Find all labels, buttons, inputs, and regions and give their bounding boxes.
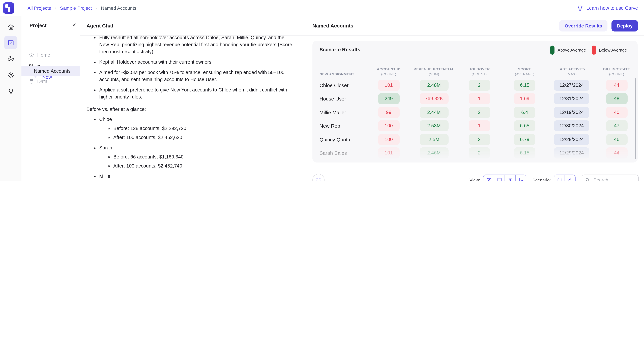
scenario-value-pill: 100 — [378, 120, 400, 131]
scenario-column-header: LAST ACTIVITY(MAX) — [558, 67, 586, 76]
chevron-right-icon: › — [96, 5, 97, 11]
project-sidebar: Project « Home Scenarios + New Named Acc… — [22, 16, 80, 181]
chat-bullet-list: Fully reshuffled all non-holdover accoun… — [86, 36, 294, 100]
top-bar: All Projects›Sample Project›Named Accoun… — [0, 0, 644, 16]
scenario-row: Chloe Closer1012.48M26.1512/27/202444 — [312, 78, 638, 92]
scenario-value-pill: 40 — [606, 107, 628, 118]
collapse-sidebar-icon[interactable]: « — [72, 21, 76, 28]
rail-item-lightbulb[interactable] — [4, 84, 18, 98]
search-box — [582, 175, 639, 181]
database-icon — [29, 79, 34, 84]
scenario-column-header: ACCOUNT ID(COUNT) — [377, 67, 400, 76]
pivot-button[interactable] — [515, 175, 526, 181]
download-button[interactable] — [564, 175, 575, 181]
scenario-value-pill: 12/30/2024 — [554, 120, 589, 131]
scenario-value-pill: 46 — [606, 134, 628, 145]
chat-bullet-list: ChloeBefore: 128 accounts, $2,292,720Aft… — [86, 116, 294, 181]
scenario-column-header: HOLDOVER(COUNT) — [468, 67, 490, 76]
chevron-right-icon: › — [55, 5, 56, 11]
scenario-value-pill: 6.15 — [514, 80, 536, 91]
chat-bullet: Kept all Holdover accounts with their cu… — [99, 59, 294, 66]
sidebar-item-home[interactable]: Home — [22, 50, 80, 60]
rail-item-settings[interactable] — [4, 68, 18, 82]
row-height-button[interactable] — [504, 175, 515, 181]
page-title: Named Accounts — [312, 23, 353, 28]
learn-link-label: Learn how to use Carve — [586, 5, 638, 11]
scenario-value-pill: 6.4 — [514, 107, 536, 118]
scenario-rep-name: Chloe Closer — [312, 82, 366, 88]
expand-grid-button[interactable] — [312, 174, 324, 181]
named-accounts-panel: Named Accounts Override Results Deploy S… — [307, 16, 644, 181]
rail-item-scenario-edit[interactable] — [4, 36, 18, 49]
scenario-value-pill: 249 — [378, 93, 400, 104]
scenario-results-card: Scenario Results Above AverageBelow Aver… — [312, 41, 638, 162]
scenario-scrollbar-thumb[interactable] — [634, 78, 636, 159]
scenario-rep-name: New Rep — [312, 123, 366, 129]
legend: Above AverageBelow Average — [550, 45, 630, 55]
scenario-value-pill: 6.65 — [514, 120, 536, 131]
scenario-row: House User249769.32K11.6912/31/202448 — [312, 92, 638, 105]
override-results-button[interactable]: Override Results — [559, 20, 608, 31]
scenario-results-title: Scenario Results — [320, 46, 360, 52]
columns-button[interactable] — [494, 175, 504, 181]
legend-swatch — [550, 45, 555, 55]
scenario-value-pill: 48 — [606, 93, 628, 104]
carve-logo-icon[interactable] — [3, 2, 14, 14]
scenario-row: Millie Mailer992.44M26.412/19/202440 — [312, 105, 638, 119]
scenario-column-header: NEW ASSIGNMENT — [312, 72, 354, 76]
rail-item-target-sparkle[interactable] — [4, 52, 18, 65]
scenario-value-pill: 2.48M — [420, 80, 448, 91]
chat-sub-bullet: After: 100 accounts, $2,452,740 — [113, 162, 294, 170]
search-input[interactable] — [593, 177, 635, 181]
chat-sub-list: Before: 128 accounts, $2,292,720After: 1… — [99, 125, 294, 141]
scenario-value-pill: 6.15 — [514, 148, 536, 159]
scenario-column-header: REVENUE POTENTIAL(SUM) — [414, 67, 454, 76]
copy-button[interactable] — [554, 175, 564, 181]
home-icon — [29, 52, 34, 58]
scenario-value-pill: 2.5M — [420, 134, 448, 145]
deploy-button[interactable]: Deploy — [612, 20, 638, 31]
scenario-row: Sarah Sales1012.46M26.1512/29/202444 — [312, 146, 638, 160]
icon-rail: J — [0, 16, 22, 181]
agent-chat-panel: Agent Chat Fully reshuffled all non-hold… — [80, 16, 308, 181]
breadcrumb-item[interactable]: Sample Project — [60, 5, 92, 11]
scenario-column-header: BILLINGSTATE(COUNT) — [603, 67, 630, 76]
learn-link[interactable]: Learn how to use Carve — [577, 0, 638, 16]
scenario-value-pill: 12/29/2024 — [554, 134, 589, 145]
view-button-group — [483, 174, 526, 181]
app-root: All Projects›Sample Project›Named Accoun… — [0, 0, 644, 181]
sidebar-item-label: Data — [37, 79, 48, 84]
rail-item-home[interactable] — [4, 20, 18, 33]
breadcrumb: All Projects›Sample Project›Named Accoun… — [28, 0, 136, 16]
scenario-value-pill: 2.46M — [420, 148, 448, 159]
scenario-value-pill: 1 — [468, 120, 490, 131]
scenario-rep-name: House User — [312, 96, 366, 102]
chat-messages-inner: Fully reshuffled all non-holdover accoun… — [86, 36, 294, 181]
sidebar-title: Project — [30, 22, 46, 28]
sidebar-item-label: Home — [37, 52, 50, 58]
chat-messages: Fully reshuffled all non-holdover accoun… — [80, 36, 307, 181]
chat-sub-bullet: After: 100 accounts, $2,452,620 — [113, 134, 294, 141]
breadcrumb-item[interactable]: All Projects — [28, 5, 51, 11]
scenario-value-pill: 101 — [378, 148, 400, 159]
scenario-column-header: SCORE(AVERAGE) — [515, 67, 534, 76]
scenario-value-pill: 2 — [468, 107, 490, 118]
legend-swatch — [592, 45, 596, 55]
scenario-button-group — [554, 174, 576, 181]
sidebar-item-label: Named Accounts — [34, 68, 70, 74]
scenario-rep-name: Sarah Sales — [312, 150, 366, 156]
scenario-value-pill: 1 — [468, 93, 490, 104]
sidebar-item-data[interactable]: Data — [22, 76, 80, 86]
scenario-value-pill: 47 — [606, 120, 628, 131]
view-label: View: — [470, 177, 480, 181]
scenario-value-pill: 2.53M — [420, 120, 448, 131]
search-icon — [585, 177, 590, 181]
chat-bullet: MillieBefore: 125 accounts, $1,837,740Af… — [99, 173, 294, 181]
scenario-rep-name: Millie Mailer — [312, 110, 366, 115]
sidebar-item-named-accounts[interactable]: Named Accounts — [22, 66, 80, 76]
legend-label: Above Average — [558, 48, 586, 52]
scenario-value-pill: 769.32K — [420, 93, 448, 104]
scenario-value-pill: 44 — [606, 148, 628, 159]
filter-button[interactable] — [484, 175, 494, 181]
scenario-value-pill: 12/29/2024 — [554, 148, 589, 159]
